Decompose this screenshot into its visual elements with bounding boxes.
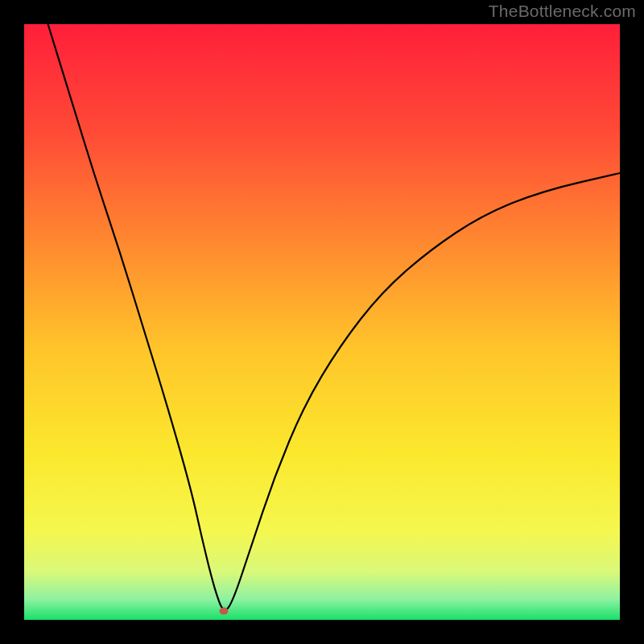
chart-frame: TheBottleneck.com [0, 0, 644, 644]
plot-area [24, 24, 620, 620]
watermark-text: TheBottleneck.com [489, 2, 636, 21]
minimum-point-marker [219, 607, 228, 614]
curve-path [48, 24, 620, 610]
bottleneck-curve [24, 24, 620, 620]
